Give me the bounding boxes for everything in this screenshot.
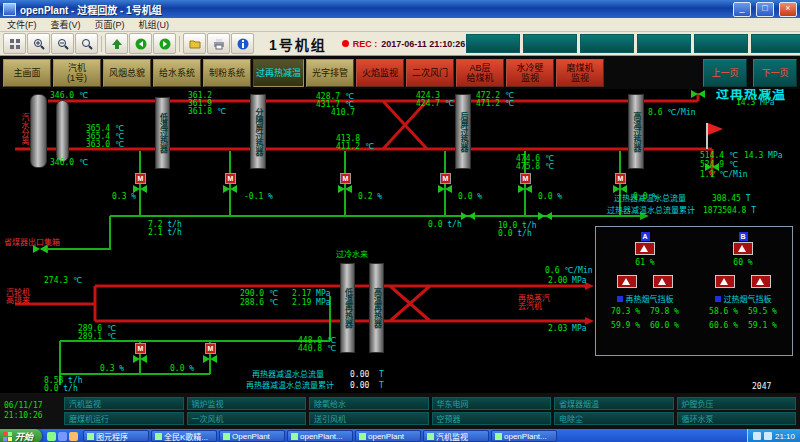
valve[interactable]: M <box>203 355 217 363</box>
indicator-box[interactable] <box>466 34 520 53</box>
gauge-b-value: 60 % <box>733 258 752 267</box>
valve[interactable] <box>538 212 552 220</box>
nav-button[interactable]: 磨煤机 监视 <box>556 59 604 87</box>
nav-main: 主画面汽机 (1号)风烟总貌给水系统制粉系统过再热减温光字排管火焰监视二次风门A… <box>3 59 604 87</box>
info-button[interactable] <box>231 33 254 54</box>
close-button[interactable]: × <box>779 2 797 17</box>
annunciator-tile[interactable]: 锅炉监视 <box>187 397 307 410</box>
readout-part: 524.9 <box>700 160 724 169</box>
taskbar-button[interactable]: 图元程序 <box>83 430 149 442</box>
tray-icon[interactable] <box>753 432 761 440</box>
menu-item[interactable]: 机组(U) <box>132 18 177 31</box>
nav-button[interactable]: 主画面 <box>3 59 51 87</box>
readout-part: 0.0 <box>498 229 512 238</box>
indicator-box[interactable] <box>580 34 634 53</box>
nav-button[interactable]: 风烟总貌 <box>103 59 151 87</box>
taskbar-button[interactable]: openPlant... <box>287 430 353 442</box>
valve[interactable]: M <box>338 185 352 193</box>
annunciator-tile[interactable]: 送引风机 <box>309 412 429 425</box>
annunciator-tile[interactable]: 磨煤机运行 <box>64 412 184 425</box>
menu-item[interactable]: 文件(F) <box>0 18 44 31</box>
indicator-box[interactable] <box>523 34 577 53</box>
readout: 288.6 ℃ <box>240 299 278 307</box>
unit-title: 1号机组 <box>269 34 327 54</box>
gauge-readout: 70.3 % <box>611 307 640 316</box>
readout-part: ℃ <box>74 158 88 167</box>
open-folder-button[interactable] <box>183 33 206 54</box>
valve[interactable]: M <box>223 185 237 193</box>
tray-icon[interactable] <box>764 432 772 440</box>
indicator-box[interactable] <box>694 34 748 53</box>
valve[interactable]: M <box>133 355 147 363</box>
gauge-icon <box>635 242 655 255</box>
valve-left-wedge <box>438 185 445 193</box>
readout-part: 8.6 <box>648 108 662 117</box>
readout: 高排来 <box>6 297 30 305</box>
nav-button[interactable]: 给水系统 <box>153 59 201 87</box>
readout: 289.1 ℃ <box>78 333 116 341</box>
readout: 290.0 ℃ <box>240 290 278 298</box>
valve-left-wedge <box>613 185 620 193</box>
valve[interactable] <box>461 212 475 220</box>
pager-button[interactable]: 上一页 <box>703 59 747 87</box>
readout: 省煤器出口集箱 <box>4 239 60 247</box>
readout-part: 440.8 <box>298 344 322 353</box>
app-icon <box>3 3 16 16</box>
start-button[interactable]: 开始 <box>0 429 42 442</box>
valve[interactable] <box>691 90 705 98</box>
back-button[interactable] <box>129 33 152 54</box>
zoom-out-button[interactable] <box>51 33 74 54</box>
valve[interactable]: M <box>518 185 532 193</box>
motor-actuator: M <box>440 173 451 184</box>
maximize-button[interactable]: □ <box>756 2 774 17</box>
annunciator-tile[interactable]: 循环水泵 <box>677 412 797 425</box>
annunciator-tile[interactable]: 除氧给水 <box>309 397 429 410</box>
taskbar-button[interactable]: 汽机监视 <box>423 430 489 442</box>
nav-button[interactable]: 过再热减温 <box>253 59 304 87</box>
readout-part: ℃ <box>110 140 124 149</box>
zoom-in-button[interactable] <box>27 33 50 54</box>
nav-button[interactable]: 二次风门 <box>406 59 454 87</box>
annunciator-tile[interactable]: 电除尘 <box>554 412 674 425</box>
damper-panel: A 61 % B 60 % 再热烟气挡板 过热烟气挡板 <box>595 226 793 356</box>
readout: 0.0 % <box>170 365 194 373</box>
taskbar-button[interactable]: OpenPlant <box>219 430 285 442</box>
valve-left-wedge <box>203 355 210 363</box>
gauge-values: 70.3 % 79.8 % 59.9 % 60.0 % 58.6 % 59.5 … <box>596 307 792 330</box>
menu-item[interactable]: 查看(V) <box>44 18 88 31</box>
taskbar-button[interactable]: openPlant... <box>491 430 557 442</box>
gauge-readout: 60.0 % <box>650 321 679 330</box>
readout-part: % <box>647 192 657 201</box>
annunciator-tile[interactable]: 省煤器烟温 <box>554 397 674 410</box>
valve-right-wedge <box>140 185 147 193</box>
valve[interactable]: M <box>438 185 452 193</box>
nav-button[interactable]: 火焰监视 <box>356 59 404 87</box>
menu-item[interactable]: 页面(P) <box>88 18 132 31</box>
taskbar-button[interactable]: 全民K歌精... <box>151 430 217 442</box>
nav-button[interactable]: 光字排管 <box>306 59 354 87</box>
taskbar-button[interactable]: openPlant <box>355 430 421 442</box>
quick-launch-icon[interactable] <box>69 432 78 441</box>
print-button[interactable] <box>207 33 230 54</box>
quick-launch-icon[interactable] <box>58 432 67 441</box>
window-grid-button[interactable] <box>3 33 26 54</box>
annunciator-tile[interactable]: 炉膛负压 <box>677 397 797 410</box>
nav-button[interactable]: 制粉系统 <box>203 59 251 87</box>
nav-button[interactable]: AB层 给煤机 <box>456 59 504 87</box>
nav-button[interactable]: 水冷壁 监视 <box>506 59 554 87</box>
quick-launch-icon[interactable] <box>47 432 56 441</box>
forward-button[interactable] <box>153 33 176 54</box>
annunciator-tile[interactable]: 汽机监视 <box>64 397 184 410</box>
pager-button[interactable]: 下一页 <box>753 59 797 87</box>
up-button[interactable] <box>105 33 128 54</box>
valve[interactable]: M <box>613 185 627 193</box>
nav-button[interactable]: 汽机 (1号) <box>53 59 101 87</box>
annunciator-tile[interactable]: 华东电网 <box>432 397 552 410</box>
annunciator-tile[interactable]: 一次风机 <box>187 412 307 425</box>
task-label: 全民K歌精... <box>164 431 208 442</box>
zoom-reset-button[interactable] <box>75 33 98 54</box>
annunciator-tile[interactable]: 空预器 <box>432 412 552 425</box>
indicator-box[interactable] <box>751 34 800 53</box>
minimize-button[interactable]: _ <box>733 2 751 17</box>
indicator-box[interactable] <box>637 34 691 53</box>
